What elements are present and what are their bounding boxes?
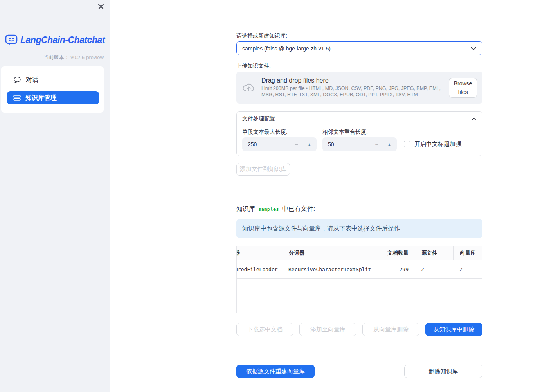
chat-bubble-icon — [13, 76, 21, 83]
chevron-down-icon — [470, 47, 477, 50]
decrement-icon[interactable]: − — [294, 141, 299, 148]
column-header-doc-count[interactable]: 文档数量 — [371, 246, 414, 260]
overlap-size-input[interactable]: 50 − + — [322, 137, 397, 151]
divider — [236, 192, 482, 192]
delete-kb-button[interactable]: 删除知识库 — [404, 365, 482, 378]
app-window: LangChain-Chatchat 当前版本： v0.2.6-preview … — [0, 0, 540, 392]
kb-select-dropdown[interactable]: samples (faiss @ bge-large-zh-v1.5) — [236, 41, 482, 55]
sidebar: LangChain-Chatchat 当前版本： v0.2.6-preview … — [0, 0, 110, 392]
zh-title-enhance-label: 开启中文标题加强 — [414, 140, 461, 148]
app-logo: LangChain-Chatchat — [5, 34, 105, 46]
sidebar-nav: 对话 知识库管理 — [1, 66, 104, 113]
file-dropzone[interactable]: Drag and drop files here Limit 200MB per… — [236, 72, 482, 104]
increment-icon[interactable]: + — [306, 141, 312, 148]
expander-header[interactable]: 文件处理配置 — [242, 115, 477, 122]
chunk-size-value: 250 — [248, 141, 257, 147]
sidebar-item-label: 对话 — [26, 76, 38, 84]
file-config-expander: 文件处理配置 单段文本最大长度: 相邻文本重合长度: 250 − + 50 − … — [236, 111, 482, 156]
cell-source-file-check: ✓ — [414, 260, 453, 278]
dropzone-limits: Limit 200MB per file • HTML, MD, JSON, C… — [261, 86, 441, 98]
version-value: v0.2.6-preview — [70, 54, 104, 60]
add-to-vectorstore-button[interactable]: 添加至向量库 — [299, 323, 356, 336]
divider — [236, 351, 482, 351]
download-selected-button[interactable]: 下载选中文档 — [236, 323, 293, 336]
decrement-icon[interactable]: − — [374, 141, 380, 148]
delete-from-kb-button[interactable]: 从知识库中删除 — [425, 323, 482, 336]
kb-files-suffix: 中已有文件: — [282, 205, 315, 213]
add-files-to-kb-button[interactable]: 添加文件到知识库 — [236, 163, 290, 176]
sidebar-item-label: 知识库管理 — [25, 94, 57, 102]
column-header-source-file[interactable]: 源文件 — [414, 246, 453, 260]
dropzone-text: Drag and drop files here Limit 200MB per… — [261, 77, 441, 98]
table-row[interactable]: uredFileLoader RecursiveCharacterTextSpl… — [237, 260, 482, 279]
browse-files-button[interactable]: Browse files — [449, 78, 477, 98]
kb-files-heading: 知识库 samples 中已有文件: — [236, 205, 315, 213]
column-header-loader[interactable]: 器 — [237, 246, 282, 260]
chunk-size-label: 单段文本最大长度: — [242, 129, 288, 136]
cell-splitter: RecursiveCharacterTextSplitter — [282, 260, 371, 278]
upload-label: 上传知识文件: — [236, 63, 271, 70]
kb-files-prefix: 知识库 — [236, 205, 255, 213]
sidebar-item-dialogue[interactable]: 对话 — [7, 72, 99, 88]
column-header-splitter[interactable]: 分词器 — [282, 246, 371, 260]
increment-icon[interactable]: + — [387, 141, 392, 148]
checkbox-unchecked-icon[interactable] — [404, 141, 410, 147]
version-info: 当前版本： v0.2.6-preview — [0, 54, 104, 61]
column-header-vector-store[interactable]: 向量库 — [453, 246, 482, 260]
overlap-size-value: 50 — [328, 141, 334, 147]
table-header-row: 器 分词器 文档数量 源文件 向量库 — [237, 246, 482, 260]
check-icon: ✓ — [421, 266, 424, 272]
info-alert-text: 知识库中包含源文件与向量库，请从下表中选择文件后操作 — [242, 225, 400, 233]
expander-title: 文件处理配置 — [242, 115, 275, 122]
sidebar-close-icon[interactable] — [97, 3, 105, 11]
overlap-size-label: 相邻文本重合长度: — [322, 129, 368, 136]
kb-select-value: samples (faiss @ bge-large-zh-v1.5) — [242, 45, 331, 52]
version-label: 当前版本： — [44, 54, 69, 60]
file-actions-row: 下载选中文档 添加至向量库 从向量库删除 从知识库中删除 — [236, 323, 482, 336]
kb-files-table[interactable]: 器 分词器 文档数量 源文件 向量库 uredFileLoader Recurs… — [236, 246, 482, 313]
dropzone-title: Drag and drop files here — [261, 77, 441, 84]
sidebar-item-kb-management[interactable]: 知识库管理 — [7, 91, 99, 104]
app-title: LangChain-Chatchat — [20, 35, 105, 45]
rebuild-vectorstore-button[interactable]: 依据源文件重建向量库 — [236, 365, 315, 378]
delete-from-vectorstore-button[interactable]: 从向量库删除 — [362, 323, 419, 336]
info-alert: 知识库中包含源文件与向量库，请从下表中选择文件后操作 — [236, 219, 482, 238]
cell-doc-count: 299 — [371, 260, 414, 278]
check-icon: ✓ — [459, 266, 463, 272]
kb-select-label: 请选择或新建知识库: — [236, 32, 287, 40]
knowledge-base-icon — [13, 95, 21, 101]
chunk-size-input[interactable]: 250 − + — [242, 137, 317, 151]
cloud-upload-icon — [243, 83, 255, 93]
chevron-up-icon — [471, 117, 477, 121]
cell-loader: uredFileLoader — [237, 260, 282, 278]
cell-vector-store-check: ✓ — [453, 260, 482, 278]
logo-chat-bubble-icon — [5, 34, 18, 46]
zh-title-enhance-checkbox-row[interactable]: 开启中文标题加强 — [404, 140, 461, 148]
kb-name-code: samples — [258, 206, 279, 212]
